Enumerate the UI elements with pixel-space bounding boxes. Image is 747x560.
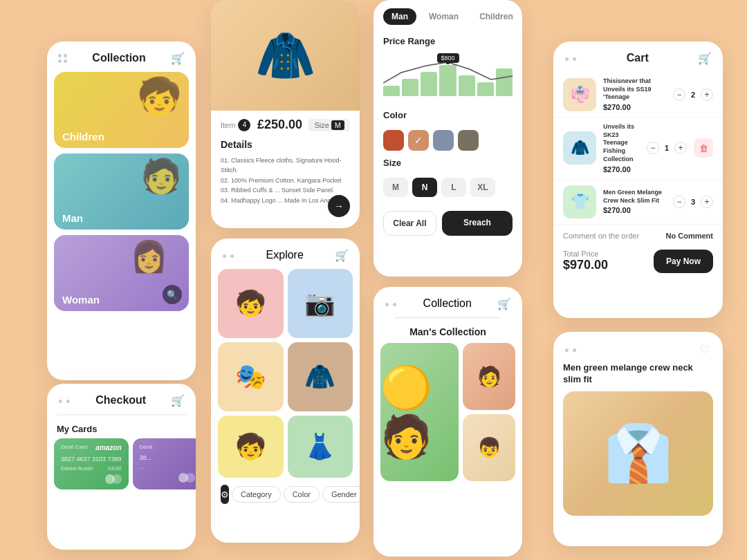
card-circle-2b bbox=[185, 473, 195, 483]
card-product-detail: 🧥 Item 4 £250.00 Size M Details 01. Clas… bbox=[211, 0, 360, 228]
item-info: Item 4 bbox=[221, 119, 250, 131]
qty-decrease-3[interactable]: − bbox=[673, 196, 685, 208]
category-man-label: Man bbox=[54, 207, 91, 230]
cart-total: Total Price $970.00 Pay Now bbox=[553, 247, 723, 280]
pay-now-button[interactable]: Pay Now bbox=[654, 250, 713, 273]
size-L[interactable]: L bbox=[441, 178, 466, 197]
size-XL[interactable]: XL bbox=[470, 178, 495, 197]
delete-item-2[interactable]: 🗑 bbox=[694, 138, 713, 158]
card-holder-2: ... bbox=[140, 464, 145, 470]
next-button[interactable]: → bbox=[328, 195, 350, 217]
filter-pill-color[interactable]: Color bbox=[284, 486, 320, 503]
cart-item-3: 👕 Men Green Melange Crew Neck Slim Fit $… bbox=[553, 180, 723, 225]
filter-pill-category[interactable]: Category bbox=[232, 486, 281, 503]
explore-cart-icon[interactable]: 🛒 bbox=[335, 248, 349, 262]
cart-title: Cart bbox=[627, 52, 649, 64]
size-M[interactable]: M bbox=[383, 178, 408, 197]
cart-item-2: 🧥 Unveils its SK23 Teenage Fishing Colle… bbox=[553, 118, 723, 179]
menu-dots[interactable] bbox=[58, 54, 67, 63]
product-meta: Item 4 £250.00 Size M bbox=[211, 111, 360, 136]
tab-woman[interactable]: Woman bbox=[421, 8, 467, 25]
tab-man[interactable]: Man bbox=[383, 8, 416, 25]
card-type-2: Debit bbox=[140, 444, 153, 450]
product2-header: ♡ bbox=[553, 332, 723, 362]
qty-value-1: 2 bbox=[688, 91, 698, 99]
woman-search-btn[interactable]: 🔍 bbox=[163, 285, 182, 304]
collection2-side-top: 🧑 bbox=[463, 343, 515, 410]
filter-icon-button[interactable]: ⚙ bbox=[221, 485, 229, 504]
checkout-cart-icon[interactable]: 🛒 bbox=[171, 393, 185, 407]
collection2-dots[interactable] bbox=[385, 297, 397, 310]
checkout-divider bbox=[57, 414, 186, 416]
checkout-dots[interactable] bbox=[58, 394, 71, 407]
cart-item-1: 👘 Thisisnever that Unveils its SS19 'Tee… bbox=[553, 72, 723, 118]
price-range-area: $800 bbox=[374, 52, 522, 107]
size-options: M N L XL bbox=[374, 174, 522, 201]
card-explore: Explore 🛒 🧒 📷 🎭 🧥 🧒 👗 ⚙ Category Color G… bbox=[211, 239, 360, 543]
explore-grid: 🧒 📷 🎭 🧥 🧒 👗 bbox=[211, 269, 360, 478]
cart-item-1-img: 👘 bbox=[563, 78, 596, 111]
cart-comment: Comment on the order No Comment bbox=[553, 225, 723, 247]
checkout-header: Checkout 🛒 bbox=[47, 384, 196, 411]
filter-tabs: Man Woman Children bbox=[374, 0, 522, 33]
qty-decrease-2[interactable]: − bbox=[647, 142, 659, 154]
qty-increase-2[interactable]: + bbox=[674, 142, 687, 154]
collection2-title: Collection bbox=[423, 297, 472, 310]
qty-decrease-1[interactable]: − bbox=[673, 88, 685, 101]
cart-icon[interactable]: 🛒 bbox=[171, 51, 185, 65]
search-button[interactable]: Sreach bbox=[442, 211, 513, 236]
explore-item-1[interactable]: 🧒 bbox=[218, 269, 284, 338]
price-range-title: Price Range bbox=[374, 33, 522, 52]
collection-title: Collection bbox=[92, 52, 145, 64]
swatch-3[interactable] bbox=[433, 130, 454, 151]
collection2-main-image: 🟡🧑 bbox=[380, 343, 459, 481]
credit-cards-row: Debit Card amazon 3827 4637 3103 7389 Da… bbox=[47, 438, 196, 489]
qty-value-2: 1 bbox=[662, 144, 672, 152]
explore-item-6[interactable]: 👗 bbox=[288, 416, 353, 478]
details-section-title: Details bbox=[211, 136, 360, 153]
category-woman[interactable]: Woman 👩 🔍 bbox=[54, 235, 189, 311]
card-checkout: Checkout 🛒 My Cards Debit Card amazon 38… bbox=[47, 384, 196, 550]
size-title: Size bbox=[374, 155, 522, 174]
explore-dots[interactable] bbox=[222, 249, 234, 261]
tab-children[interactable]: Children bbox=[471, 8, 522, 25]
qty-value-3: 3 bbox=[688, 198, 698, 206]
qty-increase-1[interactable]: + bbox=[701, 88, 713, 101]
clear-all-button[interactable]: Clear All bbox=[383, 211, 436, 236]
card-holder-1: Daniel Austin bbox=[61, 465, 93, 472]
cart-menu-dots[interactable] bbox=[564, 52, 577, 64]
svg-point-0 bbox=[445, 60, 450, 64]
filter-pill-gender[interactable]: Gender bbox=[322, 486, 360, 503]
collection2-side-bottom: 👦 bbox=[463, 414, 515, 481]
collection2-cart-icon[interactable]: 🛒 bbox=[497, 297, 511, 310]
size-badge: Size M bbox=[308, 119, 350, 131]
card-type-1: Debit Card bbox=[61, 444, 87, 450]
credit-card-1[interactable]: Debit Card amazon 3827 4637 3103 7389 Da… bbox=[54, 438, 129, 489]
card-number-1: 3827 4637 3103 7389 bbox=[61, 456, 122, 463]
credit-card-2[interactable]: Debit 38... ... bbox=[133, 438, 196, 489]
card-brand-1: amazon bbox=[95, 444, 121, 451]
swatch-1[interactable] bbox=[383, 130, 404, 151]
cart-item-3-qty: − 3 + bbox=[673, 196, 713, 208]
cart-item-3-info: Men Green Melange Crew Neck Slim Fit $27… bbox=[603, 189, 666, 214]
swatch-4[interactable] bbox=[458, 130, 479, 151]
explore-item-3[interactable]: 🎭 bbox=[218, 342, 284, 411]
explore-item-4[interactable]: 🧥 bbox=[288, 342, 353, 411]
checkout-title: Checkout bbox=[95, 394, 146, 407]
swatch-2[interactable] bbox=[408, 130, 429, 151]
category-man[interactable]: Man 🧑 bbox=[54, 153, 189, 230]
size-N[interactable]: N bbox=[412, 178, 437, 197]
card-collection: Collection 🛒 Children 🧒 Man 🧑 Woman 👩 🔍 bbox=[47, 41, 196, 380]
cart-icon-header[interactable]: 🛒 bbox=[698, 51, 712, 65]
card-circle-1b bbox=[112, 474, 122, 484]
qty-increase-3[interactable]: + bbox=[701, 196, 713, 208]
heart-icon[interactable]: ♡ bbox=[697, 342, 712, 357]
product-image: 🧥 bbox=[211, 0, 360, 111]
category-children[interactable]: Children 🧒 bbox=[54, 72, 189, 148]
explore-item-5[interactable]: 🧒 bbox=[218, 416, 284, 478]
total-price-section: Total Price $970.00 bbox=[563, 250, 608, 272]
explore-item-2[interactable]: 📷 bbox=[288, 269, 353, 338]
product2-dots[interactable] bbox=[564, 343, 577, 355]
card-filter: Man Woman Children Price Range $800 Colo… bbox=[374, 0, 522, 277]
card-cart: Cart 🛒 👘 Thisisnever that Unveils its SS… bbox=[553, 41, 723, 318]
